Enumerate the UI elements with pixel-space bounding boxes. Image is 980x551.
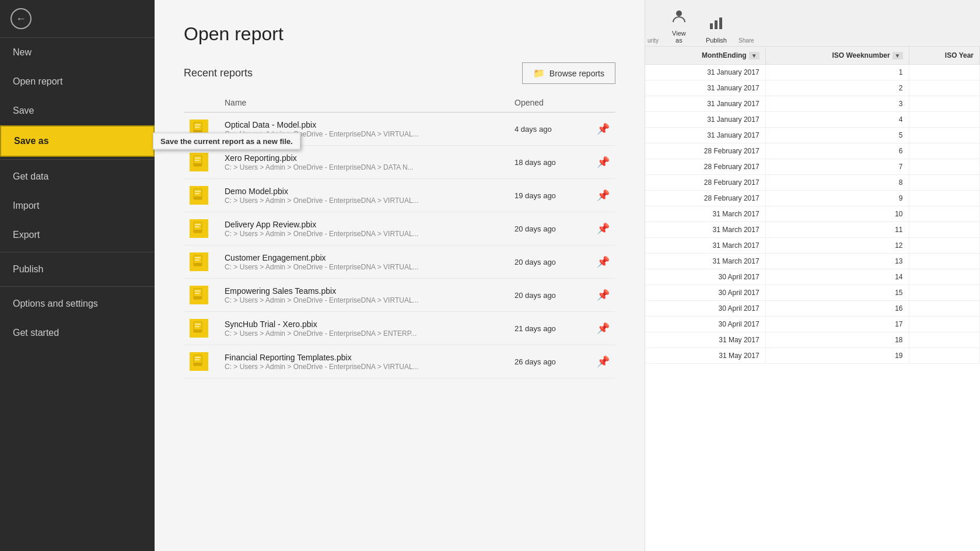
report-filename: SyncHub Trial - Xero.pbix (225, 320, 503, 329)
back-button[interactable]: ← (0, 0, 155, 38)
sidebar-item-export[interactable]: Export (0, 220, 155, 250)
cell-iso-weeknumber: 13 (765, 254, 909, 269)
cell-iso-year (909, 96, 979, 112)
svg-rect-5 (194, 163, 202, 166)
sidebar-item-publish[interactable]: Publish (0, 255, 155, 284)
browse-reports-button[interactable]: 📁 Browse reports (522, 62, 615, 84)
sidebar-item-get-data-label: Get data (13, 171, 48, 181)
sidebar-item-options[interactable]: Options and settings (0, 289, 155, 318)
sidebar-item-get-started[interactable]: Get started (0, 318, 155, 348)
cell-month-ending: 28 February 2017 (645, 143, 765, 159)
report-opened: 26 days ago (509, 345, 591, 378)
report-row[interactable]: Empowering Sales Teams.pbix C: > Users >… (184, 279, 615, 312)
sidebar-item-open-report[interactable]: Open report (0, 67, 155, 96)
pin-cell[interactable]: 📌 (591, 279, 615, 312)
sidebar-item-save[interactable]: Save (0, 96, 155, 125)
report-file-icon (190, 319, 208, 338)
pin-cell[interactable]: 📌 (591, 312, 615, 345)
svg-rect-31 (195, 359, 200, 360)
pin-icon[interactable]: 📌 (597, 189, 610, 201)
svg-rect-13 (194, 230, 202, 233)
report-icon-cell (184, 312, 219, 345)
cell-iso-weeknumber: 3 (765, 96, 909, 112)
cell-month-ending: 31 March 2017 (645, 254, 765, 269)
sidebar-item-publish-label: Publish (13, 264, 43, 274)
pin-cell[interactable]: 📌 (591, 245, 615, 279)
report-row[interactable]: Financial Reporting Templates.pbix C: > … (184, 345, 615, 378)
toolbar-security-label: urity (645, 37, 661, 46)
sidebar-item-new[interactable]: New (0, 38, 155, 67)
svg-rect-30 (195, 357, 201, 358)
view-as-button[interactable]: Viewas (662, 0, 696, 46)
report-icon-cell (184, 113, 219, 146)
back-circle-icon[interactable]: ← (10, 8, 32, 29)
cell-month-ending: 30 April 2017 (645, 285, 765, 301)
cell-iso-year (909, 206, 979, 222)
pin-cell[interactable]: 📌 (591, 345, 615, 378)
cell-iso-year (909, 222, 979, 238)
report-row[interactable]: Customer Engagement.pbix C: > Users > Ad… (184, 245, 615, 279)
report-row[interactable]: Xero Reporting.pbix C: > Users > Admin >… (184, 146, 615, 179)
svg-rect-23 (195, 293, 200, 294)
pin-icon[interactable]: 📌 (597, 156, 610, 168)
report-file-icon (190, 286, 208, 304)
sidebar-item-get-started-label: Get started (13, 328, 59, 338)
cell-iso-weeknumber: 4 (765, 112, 909, 128)
report-name-cell: Xero Reporting.pbix C: > Users > Admin >… (219, 146, 509, 179)
publish-button[interactable]: Publish (696, 0, 736, 46)
report-name-cell: Demo Model.pbix C: > Users > Admin > One… (219, 179, 509, 212)
pin-icon[interactable]: 📌 (597, 256, 610, 268)
report-row[interactable]: Optical Data - Model.pbix C: > Users > A… (184, 113, 615, 146)
cell-iso-weeknumber: 8 (765, 175, 909, 191)
report-path: C: > Users > Admin > OneDrive - Enterpri… (225, 196, 503, 205)
cell-month-ending: 31 March 2017 (645, 222, 765, 238)
report-row[interactable]: Demo Model.pbix C: > Users > Admin > One… (184, 179, 615, 212)
svg-rect-27 (195, 326, 200, 327)
pin-cell[interactable]: 📌 (591, 212, 615, 245)
pin-cell[interactable]: 📌 (591, 113, 615, 146)
data-row: 31 January 2017 5 (645, 128, 980, 143)
cell-iso-weeknumber: 15 (765, 285, 909, 301)
pin-icon[interactable]: 📌 (597, 123, 610, 135)
report-filename: Xero Reporting.pbix (225, 153, 503, 163)
data-row: 31 March 2017 10 (645, 206, 980, 222)
svg-rect-2 (195, 124, 201, 125)
report-file-icon (190, 186, 208, 205)
report-filename: Empowering Sales Teams.pbix (225, 286, 503, 296)
sidebar-item-open-report-label: Open report (13, 76, 62, 86)
cell-iso-weeknumber: 9 (765, 191, 909, 206)
pin-icon[interactable]: 📌 (597, 289, 610, 301)
cell-iso-weeknumber: 16 (765, 301, 909, 317)
cell-month-ending: 30 April 2017 (645, 317, 765, 332)
report-opened: 20 days ago (509, 279, 591, 312)
report-icon-cell (184, 345, 219, 378)
data-row: 30 April 2017 17 (645, 317, 980, 332)
report-row[interactable]: SyncHub Trial - Xero.pbix C: > Users > A… (184, 312, 615, 345)
sidebar-item-save-as[interactable]: Save as Save the current report as a new… (0, 125, 155, 157)
month-ending-filter[interactable]: ▼ (749, 52, 760, 59)
sidebar-item-import[interactable]: Import (0, 191, 155, 220)
cell-month-ending: 31 January 2017 (645, 96, 765, 112)
pin-cell[interactable]: 📌 (591, 179, 615, 212)
iso-weeknumber-filter[interactable]: ▼ (892, 52, 903, 59)
cell-iso-weeknumber: 11 (765, 222, 909, 238)
report-opened: 19 days ago (509, 179, 591, 212)
pin-icon[interactable]: 📌 (597, 223, 610, 234)
cell-month-ending: 31 January 2017 (645, 65, 765, 80)
right-panel: urity Viewas (645, 0, 980, 551)
cell-iso-year (909, 332, 979, 348)
cell-iso-year (909, 112, 979, 128)
report-row[interactable]: Delivery App Review.pbix C: > Users > Ad… (184, 212, 615, 245)
data-row: 28 February 2017 9 (645, 191, 980, 206)
sidebar-item-get-data[interactable]: Get data (0, 162, 155, 191)
svg-rect-22 (195, 290, 201, 292)
publish-label: Publish (706, 37, 727, 44)
cell-month-ending: 31 March 2017 (645, 206, 765, 222)
report-filename: Optical Data - Model.pbix (225, 120, 503, 129)
pin-icon[interactable]: 📌 (597, 356, 610, 367)
pin-cell[interactable]: 📌 (591, 146, 615, 179)
cell-month-ending: 31 March 2017 (645, 238, 765, 254)
cell-iso-weeknumber: 10 (765, 206, 909, 222)
pin-icon[interactable]: 📌 (597, 322, 610, 334)
report-icon-cell (184, 245, 219, 279)
